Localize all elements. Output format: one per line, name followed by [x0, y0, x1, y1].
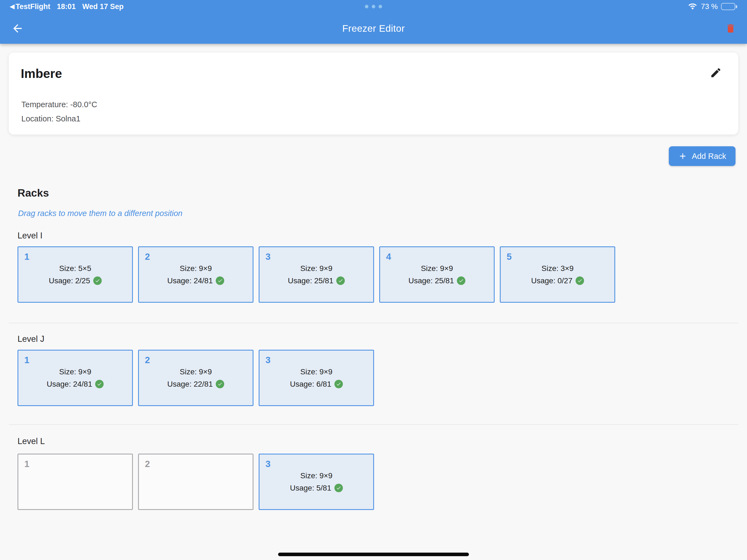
rack-size: Size: 9×9: [180, 367, 212, 376]
rack-usage: Usage: 25/81: [288, 276, 334, 285]
racks-drag-hint: Drag racks to move them to a different p…: [18, 209, 182, 218]
rack-number: 3: [265, 355, 271, 365]
rack-size: Size: 3×9: [541, 264, 574, 273]
rack-size: Size: 9×9: [180, 264, 212, 273]
check-icon: [334, 484, 343, 492]
add-rack-label: Add Rack: [692, 152, 726, 161]
status-time: 18:01: [57, 2, 76, 11]
rack-card[interactable]: 3 Size: 9×9 Usage: 25/81: [259, 246, 374, 303]
rack-number: 3: [265, 252, 271, 262]
rack-card[interactable]: 3 Size: 9×9 Usage: 5/81: [259, 454, 374, 510]
check-icon: [336, 276, 345, 285]
trash-icon: [725, 22, 736, 34]
rack-row-level-j: 1 Size: 9×9 Usage: 24/81 2 Size: 9×9 Usa…: [18, 350, 374, 406]
rack-card[interactable]: 5 Size: 3×9 Usage: 0/27: [500, 246, 615, 303]
rack-card[interactable]: 1 Size: 5×5 Usage: 2/25: [18, 246, 133, 303]
return-to-app[interactable]: ◀ TestFlight: [10, 2, 50, 11]
rack-card[interactable]: 3 Size: 9×9 Usage: 6/81: [259, 350, 374, 406]
rack-number: 1: [24, 252, 29, 262]
rack-usage: Usage: 2/25: [49, 276, 90, 285]
rack-card[interactable]: 1 Size: 9×9 Usage: 24/81: [18, 350, 133, 406]
nav-bar: Freezer Editor: [0, 13, 747, 44]
rack-usage: Usage: 22/81: [168, 380, 213, 388]
add-rack-button[interactable]: Add Rack: [669, 146, 736, 166]
section-divider: [9, 323, 738, 323]
check-icon: [95, 380, 104, 388]
rack-size: Size: 5×5: [59, 264, 91, 273]
pencil-icon: [710, 67, 722, 79]
rack-usage: Usage: 24/81: [47, 380, 93, 388]
level-label-i: Level I: [18, 231, 42, 240]
check-icon: [216, 380, 224, 388]
page-title: Freezer Editor: [0, 23, 747, 34]
rack-row-level-l: 1 2 3 Size: 9×9 Usage: 5/81: [18, 454, 374, 510]
home-indicator[interactable]: [278, 553, 469, 556]
rack-number: 3: [265, 459, 271, 469]
rack-number: 4: [386, 252, 391, 262]
rack-usage: Usage: 5/81: [290, 484, 331, 492]
rack-number: 5: [507, 252, 512, 262]
rack-number: 1: [24, 459, 29, 469]
rack-usage: Usage: 25/81: [409, 276, 454, 285]
rack-number: 1: [24, 355, 29, 365]
racks-section-title: Racks: [18, 187, 49, 199]
app-header: ◀ TestFlight 18:01 Wed 17 Sep 73 % F: [0, 0, 747, 44]
rack-slot-empty[interactable]: 2: [138, 454, 254, 510]
back-button[interactable]: [9, 20, 26, 36]
level-label-j: Level J: [18, 334, 44, 344]
freezer-name: Imbere: [21, 66, 62, 81]
return-triangle-icon: ◀: [10, 3, 15, 10]
status-date: Wed 17 Sep: [82, 2, 124, 11]
status-bar-right: 73 %: [688, 2, 737, 11]
rack-size: Size: 9×9: [300, 264, 333, 273]
check-icon: [457, 276, 465, 285]
rack-usage: Usage: 0/27: [531, 276, 572, 285]
status-bar: ◀ TestFlight 18:01 Wed 17 Sep 73 %: [0, 0, 747, 13]
rack-row-level-i: 1 Size: 5×5 Usage: 2/25 2 Size: 9×9 Usag…: [18, 246, 615, 303]
back-arrow-icon: [11, 22, 24, 35]
edit-freezer-button[interactable]: [709, 66, 723, 80]
rack-number: 2: [145, 252, 150, 262]
delete-freezer-button[interactable]: [722, 20, 739, 36]
freezer-temperature: Temperature: -80.0°C: [21, 100, 97, 109]
wifi-icon: [688, 2, 697, 11]
check-icon: [334, 380, 343, 388]
rack-size: Size: 9×9: [421, 264, 453, 273]
check-icon: [216, 276, 224, 285]
plus-icon: [678, 152, 687, 161]
rack-size: Size: 9×9: [300, 367, 333, 376]
rack-card[interactable]: 2 Size: 9×9 Usage: 24/81: [138, 246, 254, 303]
check-icon: [93, 276, 102, 285]
rack-size: Size: 9×9: [300, 472, 333, 480]
check-icon: [575, 276, 584, 285]
level-label-l: Level L: [18, 436, 45, 446]
freezer-info-card: Imbere Temperature: -80.0°C Location: So…: [9, 52, 738, 134]
rack-card[interactable]: 2 Size: 9×9 Usage: 22/81: [138, 350, 254, 406]
section-divider: [9, 424, 738, 425]
rack-card[interactable]: 4 Size: 9×9 Usage: 25/81: [379, 246, 495, 303]
rack-usage: Usage: 24/81: [168, 276, 213, 285]
status-bar-left[interactable]: ◀ TestFlight 18:01 Wed 17 Sep: [10, 2, 124, 11]
multitasking-dots-icon: [365, 5, 382, 8]
battery-percent-label: 73 %: [701, 2, 718, 11]
battery-icon: [721, 3, 737, 10]
rack-slot-empty[interactable]: 1: [18, 454, 133, 510]
rack-number: 2: [145, 459, 150, 469]
rack-usage: Usage: 6/81: [290, 380, 331, 388]
freezer-location: Location: Solna1: [21, 114, 80, 123]
rack-number: 2: [145, 355, 150, 365]
return-app-label: TestFlight: [16, 2, 50, 11]
rack-size: Size: 9×9: [59, 367, 91, 376]
